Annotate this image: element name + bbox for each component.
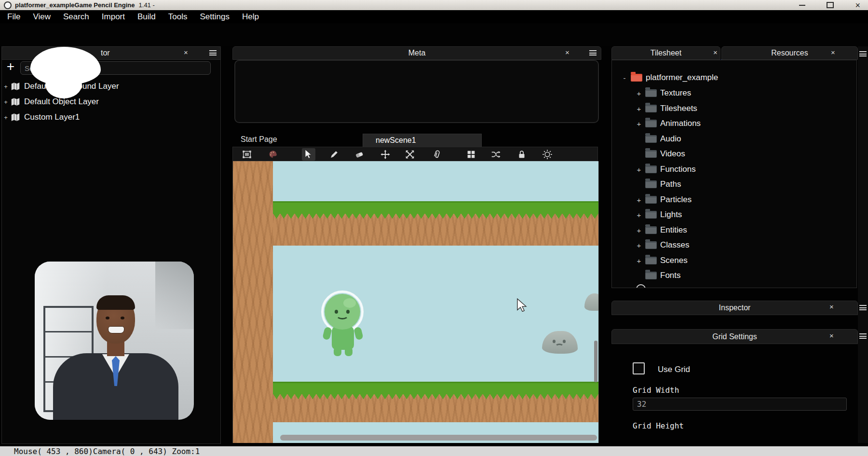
expand-plus-icon[interactable]: + <box>636 120 642 128</box>
tree-item-paths[interactable]: Paths <box>636 178 681 191</box>
tree-item-videos[interactable]: Videos <box>636 147 685 161</box>
status-bar: Mouse( 453 , 860)Camera( 0 , 643) Zoom:1 <box>0 446 868 456</box>
tree-item-scenes[interactable]: + Scenes <box>636 254 688 267</box>
expand-plus-icon[interactable]: + <box>636 257 642 265</box>
gear-tool-button[interactable] <box>541 148 554 161</box>
eraser-tool-button[interactable] <box>353 148 366 161</box>
horizontal-scrollbar[interactable] <box>280 435 597 441</box>
tree-item-project-root[interactable]: - platformer_example <box>622 71 718 84</box>
grass-platform <box>273 382 598 394</box>
expand-plus-icon[interactable]: + <box>636 211 642 219</box>
tree-label: Functions <box>660 165 696 174</box>
meta-panel-content <box>234 60 599 123</box>
tilesheet-panel-header[interactable]: Tilesheet × <box>611 46 720 60</box>
use-grid-checkbox[interactable] <box>633 362 645 374</box>
palette-tool-button[interactable] <box>266 148 280 161</box>
map-icon <box>10 81 21 92</box>
expand-plus-icon[interactable]: + <box>636 105 642 113</box>
tab-start-page[interactable]: Start Page <box>241 135 277 144</box>
close-icon[interactable]: × <box>855 1 860 10</box>
tree-item-particles[interactable]: + Particles <box>636 193 692 207</box>
tree-item-lights[interactable]: + Lights <box>636 208 682 221</box>
webcam-overlay <box>35 262 194 420</box>
menu-search[interactable]: Search <box>57 12 95 22</box>
grid-width-input[interactable] <box>633 398 847 411</box>
tree-item-audio[interactable]: Audio <box>636 132 681 146</box>
pencil-tool-button[interactable] <box>327 148 341 161</box>
panel-menu-icon[interactable] <box>859 305 867 310</box>
menu-help[interactable]: Help <box>236 12 265 22</box>
grid-settings-content: Use Grid Grid Width Grid Height <box>611 343 857 443</box>
tree-label: Classes <box>660 240 689 250</box>
expand-plus-icon[interactable]: + <box>636 226 642 235</box>
folder-icon <box>645 226 657 234</box>
tilesheet-panel-title: Tilesheet <box>651 49 681 57</box>
folder-icon <box>645 241 657 249</box>
person-head <box>96 295 135 344</box>
shuffle-icon <box>490 149 501 160</box>
menu-file[interactable]: File <box>1 12 27 22</box>
minimize-icon[interactable] <box>799 5 805 6</box>
layer-row-object[interactable]: + Default Object Layer <box>2 95 220 109</box>
folder-icon <box>645 257 657 264</box>
dock-column <box>858 46 868 443</box>
collapse-minus-icon[interactable]: - <box>622 74 627 82</box>
select-tool-button[interactable] <box>302 148 315 161</box>
menu-view[interactable]: View <box>27 12 57 22</box>
tree-item-functions[interactable]: + Functions <box>636 163 696 176</box>
close-icon[interactable]: × <box>565 49 570 56</box>
tree-item-clipped[interactable] <box>636 284 732 288</box>
panel-menu-icon[interactable] <box>209 50 217 55</box>
rock-eye <box>553 340 556 343</box>
tree-item-fonts[interactable]: Fonts <box>636 269 681 282</box>
lock-tool-button[interactable] <box>515 148 529 161</box>
menu-settings[interactable]: Settings <box>194 12 236 22</box>
maximize-icon[interactable] <box>827 2 834 8</box>
meta-panel-header: Meta × <box>232 46 601 60</box>
tree-item-tilesheets[interactable]: + Tilesheets <box>636 102 697 115</box>
menu-build[interactable]: Build <box>131 12 162 22</box>
close-icon[interactable]: × <box>713 49 718 56</box>
move-tool-button[interactable] <box>379 148 392 161</box>
paperclip-tool-button[interactable] <box>430 148 444 161</box>
vertical-scrollbar[interactable] <box>594 341 597 382</box>
expand-plus-icon[interactable]: + <box>636 89 642 97</box>
tree-item-animations[interactable]: + Animations <box>636 117 701 130</box>
expand-plus-icon[interactable]: + <box>636 241 642 249</box>
panel-menu-icon[interactable] <box>859 51 867 56</box>
tab-new-scene1[interactable]: newScene1 <box>363 134 482 147</box>
menu-import[interactable]: Import <box>95 12 131 22</box>
expand-plus-icon[interactable]: + <box>636 196 642 204</box>
resize-tool-button[interactable] <box>403 148 417 161</box>
tree-item-entities[interactable]: + Entities <box>636 223 687 237</box>
tree-item-textures[interactable]: + Textures <box>636 86 691 100</box>
add-layer-button[interactable]: + <box>4 60 17 74</box>
expand-plus-icon[interactable]: + <box>3 98 9 106</box>
panel-menu-icon[interactable] <box>589 50 597 55</box>
layer-row-background[interactable]: + Default Background Layer <box>2 80 220 93</box>
close-icon[interactable]: × <box>184 49 188 56</box>
layer-row-custom[interactable]: + Custom Layer1 <box>2 111 220 124</box>
folder-icon <box>645 196 657 204</box>
tree-item-classes[interactable]: + Classes <box>636 238 689 252</box>
expand-plus-icon[interactable]: + <box>636 166 642 174</box>
close-icon[interactable]: × <box>829 303 834 311</box>
inspector-panel-header[interactable]: Inspector <box>611 301 858 315</box>
tiles-tool-button[interactable] <box>464 148 478 161</box>
folder-icon <box>645 166 657 173</box>
player-character[interactable] <box>325 294 360 330</box>
dirt-wall <box>233 161 273 443</box>
expand-plus-icon[interactable]: + <box>3 83 9 90</box>
close-icon[interactable]: × <box>829 332 834 340</box>
shuffle-tool-button[interactable] <box>489 148 502 161</box>
panel-menu-icon[interactable] <box>859 333 867 339</box>
folder-icon <box>645 135 657 143</box>
resources-panel-header[interactable]: Resources × <box>721 46 858 60</box>
expand-plus-icon[interactable]: + <box>3 114 9 121</box>
stamp-tool-button[interactable] <box>240 148 254 161</box>
rock-enemy[interactable] <box>542 331 578 354</box>
grid-settings-panel-header[interactable]: Grid Settings <box>611 329 858 344</box>
menu-tools[interactable]: Tools <box>162 12 194 22</box>
close-icon[interactable]: × <box>831 49 835 56</box>
scene-canvas[interactable] <box>232 161 599 443</box>
